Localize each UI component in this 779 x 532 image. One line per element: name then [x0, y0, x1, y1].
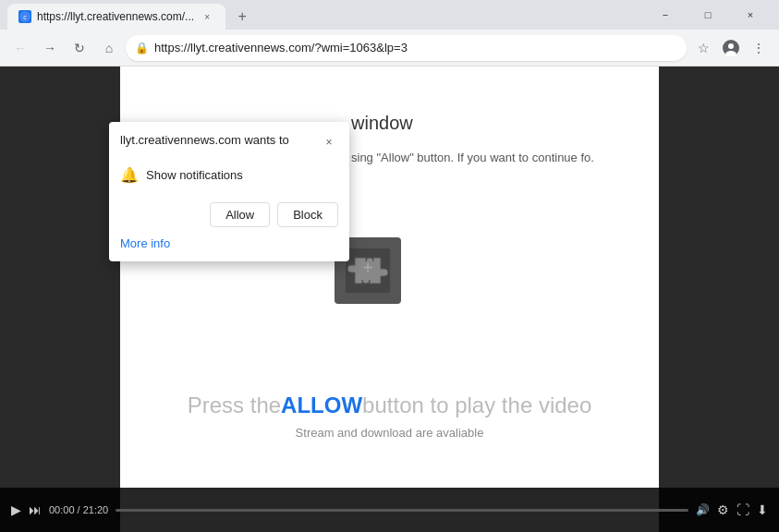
title-bar: c https://llyt.creativennews.com/... × +… — [0, 0, 779, 30]
video-progress[interactable] — [116, 509, 688, 512]
page-text-area: window sing "Allow" button. If you want … — [351, 113, 640, 167]
toolbar: ← → ↻ ⌂ 🔒 https://llyt.creativennews.com… — [0, 30, 779, 66]
popup-permission: 🔔 Show notifications — [120, 163, 338, 187]
back-button[interactable]: ← — [7, 35, 33, 61]
fullscreen-button[interactable]: ⛶ — [736, 502, 749, 517]
download-button[interactable]: ⬇ — [757, 502, 768, 517]
forward-button[interactable]: → — [37, 35, 63, 61]
press-allow-suffix: button to play the video — [362, 393, 591, 417]
popup-buttons: Allow Block — [120, 202, 338, 227]
popup-close-button[interactable]: × — [320, 133, 338, 151]
tab-close-button[interactable]: × — [200, 9, 214, 24]
home-button[interactable]: ⌂ — [96, 35, 122, 61]
bell-icon: 🔔 — [120, 166, 139, 184]
window-controls: − □ × — [644, 0, 772, 30]
minimize-button[interactable]: − — [644, 0, 687, 30]
refresh-button[interactable]: ↻ — [67, 35, 92, 61]
profile-button[interactable] — [718, 35, 744, 61]
maximize-button[interactable]: □ — [687, 0, 729, 30]
play-button[interactable]: ▶ — [11, 502, 21, 517]
stream-text: Stream and download are avaliable — [0, 426, 779, 440]
tab-favicon: c — [18, 10, 31, 23]
press-allow-word: ALLOW — [281, 393, 362, 417]
lock-icon: 🔒 — [135, 42, 149, 54]
block-button[interactable]: Block — [277, 202, 338, 227]
press-allow-text: Press theALLOWbutton to play the video — [0, 393, 779, 418]
svg-point-3 — [728, 43, 734, 49]
tab-title: https://llyt.creativennews.com/... — [37, 10, 194, 23]
more-info-link[interactable]: More info — [120, 236, 338, 250]
video-bar: ▶ ⏭ 00:00 / 21:20 🔊 ⚙ ⛶ ⬇ — [0, 488, 779, 532]
active-tab[interactable]: c https://llyt.creativennews.com/... × — [7, 4, 225, 30]
svg-text:+: + — [362, 258, 373, 278]
press-allow-prefix: Press the — [188, 393, 281, 417]
permission-text: Show notifications — [146, 168, 243, 182]
skip-button[interactable]: ⏭ — [29, 502, 42, 517]
close-button[interactable]: × — [729, 0, 772, 30]
tab-strip: c https://llyt.creativennews.com/... × + — [7, 0, 644, 30]
bookmark-button[interactable]: ☆ — [690, 35, 716, 61]
notification-popup: llyt.creativennews.com wants to × 🔔 Show… — [109, 122, 349, 261]
new-tab-button[interactable]: + — [229, 4, 255, 30]
press-allow-container: Press theALLOWbutton to play the video S… — [0, 393, 779, 440]
popup-header: llyt.creativennews.com wants to × — [120, 133, 338, 151]
toolbar-right: ☆ ⋮ — [690, 35, 772, 61]
page-title: window — [351, 113, 640, 134]
browser-frame: c https://llyt.creativennews.com/... × +… — [0, 0, 779, 532]
content-area: window sing "Allow" button. If you want … — [0, 66, 779, 532]
address-text: https://llyt.creativennews.com/?wmi=1063… — [154, 41, 677, 54]
menu-button[interactable]: ⋮ — [746, 35, 772, 61]
volume-button[interactable]: 🔊 — [696, 503, 710, 516]
svg-text:c: c — [23, 14, 27, 20]
page-body: sing "Allow" button. If you want to cont… — [351, 149, 640, 167]
allow-button[interactable]: Allow — [210, 202, 270, 227]
video-time: 00:00 / 21:20 — [49, 504, 108, 515]
popup-title: llyt.creativennews.com wants to — [120, 133, 289, 147]
settings-button[interactable]: ⚙ — [717, 502, 729, 517]
address-bar[interactable]: 🔒 https://llyt.creativennews.com/?wmi=10… — [126, 35, 687, 61]
